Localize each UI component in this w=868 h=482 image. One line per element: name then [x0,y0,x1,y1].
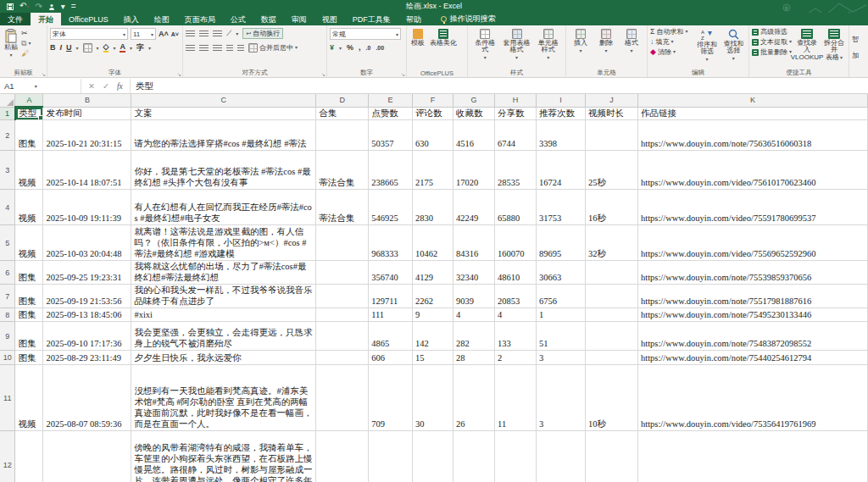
tab-help[interactable]: 帮助 [398,13,429,25]
clipboard-dialog-launcher[interactable]: ↘ [42,71,46,77]
cell-C11[interactable]: 没想到有一天我也能看到梵高真迹。#浦东美术馆#梵高 #阿尔勒的卧室 直到在梵高的… [131,365,316,431]
phonetic-guide-icon[interactable]: 字 [136,44,144,52]
cell-H2[interactable]: 6744 [495,120,537,151]
cell-A2[interactable]: 图集 [15,120,43,151]
select-all-corner[interactable] [0,94,15,107]
advanced-filter-button[interactable]: 高级筛选 [752,28,792,36]
cell-G12[interactable]: 18 [453,431,495,482]
cell-C7[interactable]: 我的心和我头发一样乱，不过我爷爷说我音乐品味终于有点进步了 [131,285,316,308]
cell-G1[interactable]: 收藏数 [453,107,495,120]
cell-G4[interactable]: 42249 [453,190,495,225]
cell-D5[interactable] [316,225,369,261]
cell-A1[interactable]: 类型 [15,107,43,120]
row-header-8[interactable]: 8 [0,308,15,322]
cell-K5[interactable]: https://www.douyin.com/video/75569652592… [637,225,867,261]
cell-E3[interactable]: 238665 [369,151,413,190]
cell-H5[interactable]: 160070 [495,225,537,261]
cell-E9[interactable]: 4865 [369,322,413,351]
cell-D12[interactable] [316,431,369,482]
fill-color-icon[interactable]: ◇ [103,43,109,53]
cell-B2[interactable]: 2025-10-21 20:31:15 [43,120,131,151]
cell-C3[interactable]: 你好，我是第七天堂的老板蒂法 #蒂法cos #最终幻想 #头摔个大包有没有事 [131,151,316,190]
cell-F5[interactable]: 10462 [413,225,453,261]
tab-officeplus[interactable]: OfficePLUS [61,13,116,25]
orientation-icon[interactable]: ⟋ [226,30,231,37]
cell-G10[interactable]: 28 [453,351,495,365]
cell-J1[interactable]: 视频时长 [586,107,638,120]
cell-J2[interactable] [586,120,638,151]
cell-E2[interactable]: 50357 [369,120,413,151]
alignment-dialog-launcher[interactable]: ↘ [321,71,326,77]
find-select-button[interactable]: 查找和选择▾ [721,28,746,68]
grow-font-button[interactable]: A˄ [159,30,169,38]
cell-H1[interactable]: 分享数 [495,107,537,120]
text-extract-button[interactable]: 文本提取▾ [752,38,792,46]
format-cells-button[interactable]: 格式▾ [620,28,643,68]
italic-button[interactable]: I [60,44,63,52]
cell-A11[interactable]: 视频 [15,365,43,431]
tab-review[interactable]: 审阅 [284,13,314,25]
cell-J3[interactable]: 25秒 [586,151,638,190]
cell-I2[interactable]: 3398 [537,120,586,151]
align-center-icon[interactable] [199,45,209,52]
cell-A12[interactable]: 视频 [15,431,43,482]
decrease-indent-icon[interactable] [226,45,233,52]
tab-file[interactable]: 文件 [0,13,31,25]
cell-E12[interactable]: 542 [369,431,413,482]
cell-H6[interactable]: 48610 [495,261,537,285]
cell-K8[interactable]: https://www.douyin.com/note/754952301334… [637,308,867,322]
column-header-J[interactable]: J [586,94,638,107]
font-size-select[interactable]: 11▾ [131,28,156,40]
row-header-1[interactable]: 1 [0,107,15,120]
batch-delete-button[interactable]: 批量删除▾ [752,48,792,56]
cell-K3[interactable]: https://www.douyin.com/video/75610170623… [637,151,867,190]
cell-I11[interactable]: 3 [537,365,586,431]
clear-button[interactable]: ◆清除▾ [650,48,693,56]
cell-H8[interactable]: 4 [495,308,537,322]
row-header-7[interactable]: 7 [0,285,15,308]
tab-page-layout[interactable]: 页面布局 [177,13,223,25]
cell-I6[interactable]: 30663 [537,261,586,285]
row-header-3[interactable]: 3 [0,151,15,190]
cell-G7[interactable]: 9039 [453,285,495,308]
cell-B6[interactable]: 2025-09-25 19:23:31 [43,261,131,285]
cell-A5[interactable]: 视频 [15,225,43,261]
cell-D7[interactable] [316,285,369,308]
cell-F11[interactable]: 30 [413,365,453,431]
cell-D11[interactable] [316,365,369,431]
cell-E6[interactable]: 356740 [369,261,413,285]
cell-H9[interactable]: 133 [495,322,537,351]
cell-B7[interactable]: 2025-09-19 21:53:56 [43,285,131,308]
cell-J5[interactable]: 32秒 [586,225,638,261]
cell-A7[interactable]: 图集 [15,285,43,308]
cell-D9[interactable] [316,322,369,351]
cell-J4[interactable]: 16秒 [586,190,638,225]
cell-I4[interactable]: 31753 [537,190,586,225]
cell-E7[interactable]: 129711 [369,285,413,308]
column-header-I[interactable]: I [537,94,586,107]
font-color-icon[interactable]: A [120,43,125,53]
format-as-table-button[interactable]: 套用表格格式▾ [501,28,531,68]
font-dialog-launcher[interactable]: ↘ [177,71,181,77]
cell-C8[interactable]: #xixi [131,308,316,322]
cell-B5[interactable]: 2025-10-03 20:04:48 [43,225,131,261]
row-header-2[interactable]: 2 [0,120,15,151]
column-header-D[interactable]: D [316,94,369,107]
cell-F9[interactable]: 142 [413,322,453,351]
cell-G11[interactable]: 26 [453,365,495,431]
align-bottom-icon[interactable] [213,30,222,37]
cancel-icon[interactable]: ✕ [88,81,95,91]
tab-insert[interactable]: 插入 [116,13,147,25]
accounting-format-icon[interactable]: ¥ [330,44,334,52]
decrease-decimal-icon[interactable]: .00 [376,44,384,52]
cell-B10[interactable]: 2025-08-29 23:11:49 [43,351,131,365]
cell-E1[interactable]: 点赞数 [369,107,413,120]
cell-G2[interactable]: 4516 [453,120,495,151]
cell-A8[interactable]: 图集 [15,308,43,322]
cell-G5[interactable]: 84316 [453,225,495,261]
cell-G8[interactable]: 4 [453,308,495,322]
cell-K6[interactable]: https://www.douyin.com/note/755398593706… [637,261,867,285]
cell-H11[interactable]: 11 [495,365,537,431]
insert-function-icon[interactable]: fx [117,82,123,91]
cell-I1[interactable]: 推荐次数 [537,107,586,120]
